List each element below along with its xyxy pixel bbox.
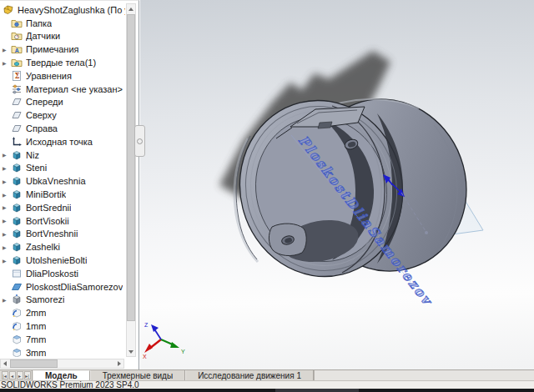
- orientation-triad: Z X Y: [143, 322, 185, 359]
- tree-item-4[interactable]: ▶Твердые тела(1): [0, 56, 125, 69]
- tree-item-7[interactable]: Спереди: [0, 96, 125, 109]
- tree-item-10[interactable]: Исходная точка: [0, 135, 125, 148]
- tree-item-0[interactable]: HeavyShotZaglushka (По умолчан: [0, 3, 125, 17]
- tree-item-24[interactable]: 1mm: [0, 319, 125, 333]
- tree-item-9[interactable]: Справа: [0, 122, 125, 135]
- expand-arrow-icon[interactable]: ▶: [3, 152, 11, 158]
- tree-item-12[interactable]: ▶Steni: [0, 162, 125, 175]
- model-scene: PloskostDliaSamorezov Z X Y: [140, 0, 534, 369]
- boss-extrude-icon: [11, 241, 23, 253]
- expand-arrow-icon[interactable]: ▶: [3, 165, 11, 171]
- model-body[interactable]: [221, 76, 491, 294]
- scroll-left-icon: [3, 361, 7, 366]
- folder-icon: [11, 18, 23, 29]
- scroll-up-icon: [128, 8, 134, 11]
- tree-item-2[interactable]: Датчики: [0, 30, 125, 43]
- tab-0[interactable]: Модель: [33, 370, 90, 380]
- equations-icon: Σ: [11, 70, 23, 82]
- solid-bodies-icon: [11, 57, 23, 68]
- tree-item-18[interactable]: ▶Zashelki: [0, 240, 125, 254]
- tree-item-5[interactable]: ΣУравнения: [0, 69, 125, 83]
- tab-nav-next-button[interactable]: ▸: [17, 371, 23, 379]
- tree-item-label: Исходная точка: [26, 137, 93, 147]
- horizontal-scroll-thumb[interactable]: [10, 359, 58, 368]
- status-bar: SOLIDWORKS Premium 2023 SP4.0: [0, 380, 534, 389]
- graphics-viewport[interactable]: PloskostDliaSamorezov Z X Y: [140, 0, 534, 369]
- tree-item-label: DliaPloskosti: [26, 269, 78, 279]
- feature-tree-panel: HeavyShotZaglushka (По умолчанПапкаДатчи…: [0, 0, 139, 369]
- ref-plane-icon: [11, 109, 23, 121]
- vertical-scroll-thumb[interactable]: [127, 14, 135, 321]
- ref-plane-icon: [11, 96, 23, 108]
- tab-1[interactable]: Трехмерные виды: [90, 370, 185, 380]
- tree-item-25[interactable]: 7mm: [0, 333, 125, 346]
- tree-horizontal-scrollbar[interactable]: [0, 359, 124, 369]
- expand-arrow-icon[interactable]: ▶: [3, 178, 11, 184]
- tree-item-6[interactable]: Материал <не указан>: [0, 83, 125, 96]
- cut-extrude-icon: [11, 294, 23, 305]
- boss-extrude-icon: [11, 202, 23, 214]
- fillet-top-icon: [11, 347, 23, 357]
- tab-2[interactable]: Исследование движения 1: [185, 370, 314, 380]
- expand-arrow-icon[interactable]: ▶: [3, 192, 11, 198]
- tree-item-21[interactable]: PloskostDliaSamorezov: [0, 280, 125, 294]
- tree-item-label: Steni: [26, 163, 47, 173]
- tree-item-label: 7mm: [26, 334, 46, 344]
- scroll-up-button[interactable]: [127, 4, 135, 13]
- tree-item-label: Материал <не указан>: [26, 84, 123, 94]
- tree-item-11[interactable]: ▶Niz: [0, 148, 125, 162]
- tab-navigation-buttons: |◂◂▸▸|: [0, 370, 33, 380]
- tab-nav-previous-button[interactable]: ◂: [9, 371, 16, 379]
- fillet-icon: [11, 320, 23, 332]
- plane-blue-icon: [11, 281, 23, 293]
- tab-bar-filler: [314, 370, 534, 380]
- tree-item-23[interactable]: 2mm: [0, 306, 125, 319]
- expand-arrow-icon[interactable]: ▶: [3, 218, 11, 224]
- boss-extrude-icon: [11, 162, 23, 173]
- tree-vertical-scrollbar[interactable]: [126, 3, 136, 357]
- tree-item-label: Сверху: [26, 110, 57, 120]
- sketch-icon: [11, 268, 23, 279]
- tree-item-label: BortSrednii: [26, 203, 71, 213]
- tree-item-15[interactable]: ▶BortSrednii: [0, 201, 125, 214]
- tree-item-label: 2mm: [26, 308, 46, 318]
- scroll-down-icon: [128, 350, 134, 354]
- tree-item-19[interactable]: ▶UtolshenieBolti: [0, 254, 125, 267]
- panel-splitter-handle[interactable]: [134, 125, 145, 157]
- tree-item-22[interactable]: ▶Samorezi: [0, 294, 125, 307]
- tree-item-13[interactable]: ▶UbkaVneshnia: [0, 174, 125, 188]
- tree-item-label: Примечания: [26, 44, 79, 54]
- expand-arrow-icon[interactable]: ▶: [3, 204, 11, 210]
- tree-item-label: Твердые тела(1): [26, 58, 96, 68]
- tree-item-label: BortVisokii: [26, 216, 69, 226]
- splitter-grip-icon: [137, 138, 143, 144]
- tree-item-8[interactable]: Сверху: [0, 108, 125, 122]
- expand-arrow-icon[interactable]: ▶: [3, 244, 11, 250]
- tree-item-label: Датчики: [26, 31, 60, 41]
- tab-nav-last-button[interactable]: ▸|: [24, 371, 31, 379]
- part-icon: [3, 4, 15, 16]
- tree-item-1[interactable]: Папка: [0, 17, 125, 30]
- scroll-left-button[interactable]: [1, 359, 9, 368]
- tree-item-label: Zashelki: [26, 242, 60, 252]
- scroll-down-button[interactable]: [127, 347, 135, 356]
- svg-text:Σ: Σ: [15, 72, 20, 80]
- scroll-right-button[interactable]: [115, 359, 123, 368]
- tree-item-16[interactable]: ▶BortVisokii: [0, 214, 125, 228]
- expand-arrow-icon[interactable]: ▶: [3, 60, 11, 66]
- ref-plane-icon: [11, 123, 23, 134]
- expand-arrow-icon[interactable]: ▶: [3, 297, 11, 303]
- tree-item-17[interactable]: ▶BortVneshnii: [0, 228, 125, 241]
- tree-item-label: Niz: [26, 150, 39, 160]
- expand-arrow-icon[interactable]: ▶: [3, 47, 11, 53]
- tree-item-20[interactable]: DliaPloskosti: [0, 267, 125, 280]
- window-bottom-edge: [0, 389, 534, 392]
- tree-item-26[interactable]: 3mm: [0, 346, 125, 357]
- tree-item-3[interactable]: ▶AПримечания: [0, 43, 125, 56]
- boss-extrude-icon: [11, 215, 23, 227]
- tab-nav-first-button[interactable]: |◂: [2, 371, 8, 379]
- expand-arrow-icon[interactable]: ▶: [3, 258, 11, 264]
- tree-item-14[interactable]: ▶MiniBortik: [0, 188, 125, 201]
- tree-item-label: UbkaVneshnia: [26, 176, 86, 186]
- expand-arrow-icon[interactable]: ▶: [3, 231, 11, 237]
